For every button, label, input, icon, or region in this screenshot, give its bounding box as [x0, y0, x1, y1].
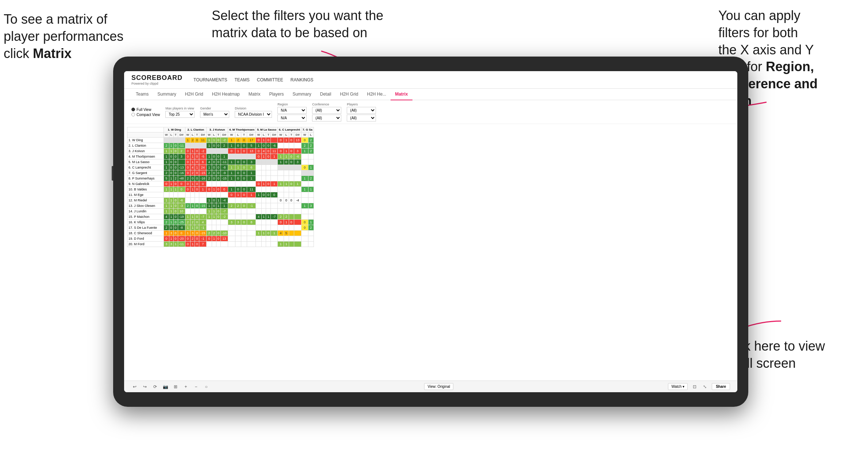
cell-10-0-3 [178, 192, 185, 198]
sh-w3: W [207, 132, 212, 138]
cell-13-3-0 [228, 209, 235, 214]
zoom-out-icon[interactable]: − [193, 383, 199, 390]
cell-8-2-1 [212, 181, 216, 187]
cell-3-6-1 [308, 154, 314, 159]
cell-15-5-3 [294, 220, 301, 225]
max-players-select[interactable]: Top 25 [165, 111, 195, 118]
sh-t1: T [173, 132, 178, 138]
camera-icon[interactable]: 📷 [162, 383, 169, 390]
nav-tournaments[interactable]: TOURNAMENTS [193, 76, 227, 84]
subnav-players[interactable]: Players [265, 89, 288, 100]
zoom-in-icon[interactable]: + [183, 383, 189, 390]
cell-1-3-3: 5 [247, 143, 256, 148]
cell-6-1-0: 0 [185, 170, 191, 176]
nav-committee[interactable]: COMMITTEE [257, 76, 283, 84]
nav-rankings[interactable]: RANKINGS [291, 76, 314, 84]
cell-16-4-0 [256, 225, 262, 231]
subnav-summary2[interactable]: Summary [288, 89, 315, 100]
cell-0-2-0: 1 [207, 138, 212, 143]
cell-19-0-0: 3 [164, 242, 169, 247]
cell-6-3-2: 0 [241, 170, 247, 176]
cell-4-2-3: -11 [220, 159, 228, 165]
tablet-screen: SCOREBOARD Powered by clippd TOURNAMENTS… [124, 71, 737, 392]
cell-19-5-1: 1 [284, 242, 289, 247]
share-button[interactable]: Share [712, 383, 730, 390]
refresh-icon[interactable]: ⟳ [152, 383, 158, 390]
cell-17-0-2: 0 [173, 231, 178, 236]
compact-view-option[interactable]: Compact View [131, 113, 160, 117]
conference-select1[interactable]: (All) [312, 107, 341, 114]
cell-4-4-2 [266, 159, 271, 165]
cell-11-1-1 [191, 198, 195, 203]
cell-17-0-0: 1 [164, 231, 169, 236]
conference-select2[interactable]: (All) [312, 115, 341, 121]
cell-3-1-1: 1 [191, 154, 195, 159]
row-player-9: 10. B Valdes [127, 187, 164, 192]
cell-14-2-0: 1 [207, 214, 212, 220]
cell-4-3-1: 0 [235, 159, 241, 165]
cell-10-3-1: 1 [235, 192, 241, 198]
full-view-option[interactable]: Full View [131, 108, 160, 112]
subnav-h2h-grid2[interactable]: H2H Grid [335, 89, 362, 100]
cell-18-0-0: 0 [164, 236, 169, 242]
cell-5-4-1 [261, 165, 266, 170]
cell-12-5-3 [294, 203, 301, 209]
cell-18-0-3: -20 [178, 236, 185, 242]
cell-7-5-1 [284, 176, 289, 181]
cell-15-5-2: 0 [289, 220, 294, 225]
subnav-summary[interactable]: Summary [153, 89, 180, 100]
cell-2-0-2: 0 [173, 148, 178, 154]
cell-7-4-3 [271, 176, 278, 181]
subnav-teams[interactable]: Teams [131, 89, 153, 100]
players-select1[interactable]: (All) [347, 107, 376, 114]
screen-icon[interactable]: ⊡ [691, 383, 698, 390]
cell-11-4-3 [271, 198, 278, 203]
cell-19-4-2 [266, 242, 271, 247]
cell-4-2-2: 0 [216, 159, 220, 165]
cell-5-1-2: 1 [195, 165, 199, 170]
subnav-h2h-heatmap[interactable]: H2H Heatmap [208, 89, 244, 100]
cell-19-3-0 [228, 242, 235, 247]
cell-10-0-0 [164, 192, 169, 198]
cell-2-6-1: 2 [308, 148, 314, 154]
redo-icon[interactable]: ↪ [142, 383, 148, 390]
division-select[interactable]: NCAA Division I [235, 111, 272, 118]
matrix-area[interactable]: 1. W Ding 2. L Clanton 3. J Koivun 4. M … [124, 124, 737, 381]
cell-5-1-3: 24 [199, 165, 207, 170]
cell-14-3-0 [228, 214, 235, 220]
players-select2[interactable]: (All) [347, 115, 376, 121]
cell-6-0-1: 0 [169, 170, 173, 176]
subnav-detail[interactable]: Detail [316, 89, 336, 100]
subnav-h2hhe[interactable]: H2H He... [362, 89, 391, 100]
subnav-matrix-active[interactable]: Matrix [391, 89, 412, 100]
cell-10-5-0 [278, 192, 284, 198]
row-player-6: 7. G Sargent [127, 170, 164, 176]
full-view-radio [131, 108, 135, 111]
watch-button[interactable]: Watch ▾ [668, 383, 688, 390]
undo-icon[interactable]: ↩ [131, 383, 138, 390]
cell-7-2-2: 0 [216, 176, 220, 181]
cell-16-0-3: -8 [178, 225, 185, 231]
nav-teams[interactable]: TEAMS [234, 76, 249, 84]
circle-icon[interactable]: ○ [203, 383, 210, 390]
cell-19-3-1 [235, 242, 241, 247]
cell-3-2-0: 1 [207, 154, 212, 159]
cell-1-4-3: -6 [271, 143, 278, 148]
row-player-2: 3. J Koivun [127, 148, 164, 154]
cell-12-1-1: 1 [191, 203, 195, 209]
region-select2[interactable]: N/A [277, 115, 307, 121]
subnav-matrix[interactable]: Matrix [244, 89, 265, 100]
fullscreen-icon[interactable]: ⤡ [702, 383, 708, 390]
view-original-button[interactable]: View: Original [424, 383, 453, 390]
cell-7-3-3: 1 [247, 176, 256, 181]
cell-10-0-1 [169, 192, 173, 198]
cell-10-2-3 [220, 192, 228, 198]
gender-select[interactable]: Men's [200, 111, 229, 118]
cell-9-4-2 [266, 187, 271, 192]
cell-7-3-2: 0 [241, 176, 247, 181]
subnav-h2h-grid[interactable]: H2H Grid [181, 89, 208, 100]
region-select1[interactable]: N/A [277, 107, 307, 114]
cell-5-4-3 [271, 165, 278, 170]
grid-icon[interactable]: ⊞ [172, 383, 179, 390]
cell-15-2-1 [212, 220, 216, 225]
